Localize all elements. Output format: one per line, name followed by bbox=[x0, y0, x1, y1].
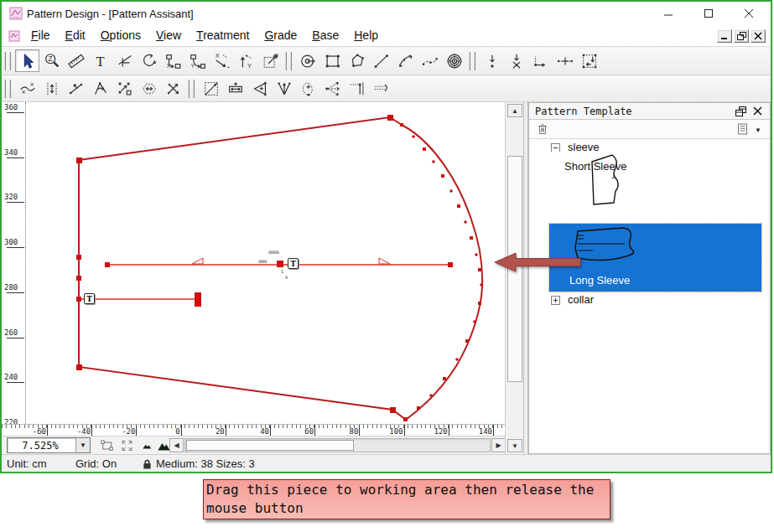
sleeve-pattern-drawing[interactable] bbox=[2, 102, 505, 424]
h-ruler-label: 20 bbox=[216, 427, 225, 436]
mdi-restore-button[interactable] bbox=[734, 29, 749, 43]
float-panel-icon[interactable] bbox=[735, 106, 746, 116]
cross-point-icon[interactable] bbox=[504, 49, 528, 72]
dart-transfer-icon[interactable] bbox=[247, 77, 272, 100]
spread-icon[interactable] bbox=[320, 77, 345, 100]
menu-options[interactable]: Options bbox=[94, 25, 148, 45]
corner-point-icon[interactable] bbox=[528, 49, 553, 72]
move-y-icon[interactable]: Y bbox=[185, 49, 210, 72]
circle-icon[interactable] bbox=[296, 49, 320, 72]
app-window: Pattern Design - [Pattern Assisant] File… bbox=[0, 0, 772, 473]
maximize-button[interactable] bbox=[690, 2, 727, 25]
list-dropdown-arrow[interactable]: ▼ bbox=[755, 127, 761, 134]
toolbar-drag-handle[interactable] bbox=[188, 80, 195, 98]
menu-treatment[interactable]: Treatment bbox=[190, 25, 256, 45]
h-ruler-label: -60 bbox=[33, 427, 46, 436]
menu-edit[interactable]: Edit bbox=[59, 25, 92, 45]
tree-group-collar[interactable]: collar bbox=[568, 293, 594, 306]
v-ruler-tick bbox=[7, 338, 24, 338]
template-label-long-sleeve[interactable]: Long Sleeve bbox=[569, 274, 630, 287]
zoom-out-mountain-icon[interactable] bbox=[138, 438, 154, 453]
vertical-scrollbar[interactable]: ▲ ▼ bbox=[505, 102, 523, 454]
drop-point-icon[interactable] bbox=[480, 49, 504, 72]
mdi-minimize-button[interactable] bbox=[717, 29, 732, 43]
rotate-points-icon[interactable] bbox=[161, 77, 185, 100]
collar-group-toggle[interactable] bbox=[551, 296, 560, 305]
close-panel-icon[interactable] bbox=[753, 106, 763, 116]
minimize-button[interactable] bbox=[650, 2, 687, 25]
text-marker-center[interactable]: T bbox=[288, 258, 299, 269]
scroll-down-button[interactable]: ▼ bbox=[507, 439, 522, 452]
mirror-icon[interactable] bbox=[39, 77, 64, 100]
angle-y-icon[interactable]: Y bbox=[234, 49, 258, 72]
concentric-icon[interactable] bbox=[442, 49, 466, 72]
box-points-icon[interactable] bbox=[577, 49, 601, 72]
fold-icon[interactable] bbox=[296, 77, 320, 100]
scroll-up-button[interactable]: ▲ bbox=[507, 104, 522, 117]
view-list-icon[interactable] bbox=[736, 122, 750, 136]
zoom-icon[interactable]: Z bbox=[39, 49, 64, 72]
zoom-dropdown-arrow[interactable]: ▼ bbox=[75, 438, 90, 452]
close-button[interactable] bbox=[730, 2, 767, 25]
angle-x-icon[interactable]: X bbox=[210, 49, 234, 72]
template-label-short-sleeve[interactable]: Short Sleeve bbox=[564, 160, 626, 173]
line-endpoint[interactable] bbox=[448, 262, 453, 267]
scroll-left-button[interactable]: ◀ bbox=[169, 438, 184, 452]
text-icon[interactable]: T bbox=[88, 49, 112, 72]
horizontal-scrollbar[interactable] bbox=[184, 438, 491, 452]
cut-points-icon[interactable] bbox=[64, 77, 88, 100]
toolbar-drag-handle[interactable] bbox=[4, 52, 11, 70]
slit-end-mark bbox=[195, 292, 201, 307]
arc-icon[interactable] bbox=[393, 49, 418, 72]
curve-point-markers bbox=[400, 123, 483, 410]
line-endpoint[interactable] bbox=[105, 262, 110, 267]
menu-grade[interactable]: Grade bbox=[257, 25, 304, 45]
h-ruler-label: 120 bbox=[434, 427, 448, 436]
measure-icon[interactable] bbox=[64, 49, 88, 72]
dart-box-icon[interactable] bbox=[199, 77, 223, 100]
drawing-canvas[interactable]: XXXXX XXXX 1 0 T T 360340320300280260240… bbox=[2, 102, 505, 424]
app-icon bbox=[9, 7, 23, 20]
horizontal-scrollbar-thumb[interactable] bbox=[186, 440, 354, 451]
curve-icon[interactable] bbox=[418, 49, 442, 72]
tooltip-line-2: mouse button bbox=[206, 499, 607, 518]
menu-file[interactable]: File bbox=[24, 25, 57, 45]
delete-template-icon[interactable] bbox=[536, 122, 549, 136]
menu-view[interactable]: View bbox=[149, 25, 188, 45]
hem-icon[interactable] bbox=[369, 77, 393, 100]
toolbar-drag-handle[interactable] bbox=[4, 80, 11, 98]
corner-square-icon[interactable] bbox=[345, 77, 369, 100]
scale-points-icon[interactable] bbox=[112, 77, 137, 100]
curve-marker bbox=[417, 406, 420, 410]
polygon-icon[interactable] bbox=[345, 49, 369, 72]
smooth-curve-icon[interactable] bbox=[15, 77, 39, 100]
fit-view-icon[interactable] bbox=[119, 438, 135, 453]
rectangle-icon[interactable] bbox=[320, 49, 345, 72]
status-grid: Grid: On bbox=[75, 457, 117, 470]
rotate-icon[interactable] bbox=[137, 49, 161, 72]
text-marker-left[interactable]: T bbox=[84, 293, 95, 304]
menu-help[interactable]: Help bbox=[347, 25, 385, 45]
h-ruler-tick bbox=[226, 425, 226, 436]
pleat-icon[interactable] bbox=[272, 77, 296, 100]
mdi-close-button[interactable] bbox=[751, 29, 766, 43]
trim-icon[interactable] bbox=[112, 49, 137, 72]
menu-base[interactable]: Base bbox=[305, 25, 345, 45]
scroll-right-button[interactable]: ▶ bbox=[491, 438, 506, 452]
symmetry-icon[interactable] bbox=[137, 77, 161, 100]
toolbar-drag-handle[interactable] bbox=[285, 52, 292, 70]
v-ruler-label: 300 bbox=[4, 238, 18, 246]
seam-width-icon[interactable] bbox=[223, 77, 247, 100]
toolbar-drag-handle[interactable] bbox=[469, 52, 475, 70]
tooltip-line-1: Drag this piece to working area then rel… bbox=[206, 481, 607, 499]
stretch-icon[interactable] bbox=[258, 49, 283, 72]
line-icon[interactable] bbox=[369, 49, 393, 72]
angle-arc-icon[interactable] bbox=[88, 77, 112, 100]
zoom-combobox[interactable]: 7.525% ▼ bbox=[7, 437, 91, 453]
long-sleeve-thumbnail[interactable] bbox=[571, 226, 670, 276]
intersect-icon[interactable] bbox=[553, 49, 577, 72]
move-x-icon[interactable]: X bbox=[161, 49, 185, 72]
frame-view-icon[interactable] bbox=[99, 438, 115, 453]
panel-title: Pattern Template bbox=[535, 106, 632, 117]
select-icon[interactable] bbox=[15, 49, 39, 72]
